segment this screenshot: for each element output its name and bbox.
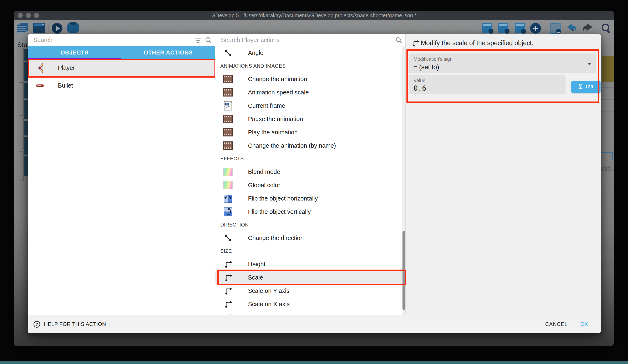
desktop-wallpaper-strip (0, 361, 628, 364)
add-object-label-fragment: dd... (602, 164, 614, 173)
tab-label: OTHER ACTIONS (144, 50, 193, 56)
toolbar-divider (598, 24, 598, 32)
titlebar: GDevelop 5 - /Users/dkarakay/Documents/G… (14, 11, 614, 20)
section-header-label: DIRECTION (220, 222, 249, 228)
action-item-change-the-direction[interactable]: Change the direction (215, 231, 406, 244)
help-link[interactable]: HELP FOR THIS ACTION (44, 321, 106, 327)
filter-icon[interactable] (194, 37, 202, 43)
action-item-animation-speed-scale[interactable]: Animation speed scale (215, 86, 406, 99)
action-label: Animation speed scale (248, 89, 309, 96)
section-header: DIRECTION (215, 218, 406, 231)
search-icon (205, 36, 212, 44)
action-label: Change the direction (248, 235, 304, 242)
help-icon[interactable]: ? (34, 321, 40, 328)
config-header: Modify the scale of the specified object… (406, 34, 601, 51)
remove-event-icon (550, 23, 560, 34)
action-item-scale-on-y-axis[interactable]: Scale on Y axis (215, 284, 406, 298)
search-icon (395, 36, 402, 44)
config-title: Modify the scale of the specified object… (421, 39, 534, 47)
tab-label: OBJECTS (61, 50, 89, 56)
cancel-button[interactable]: CANCEL (545, 321, 567, 327)
value-field: Value (409, 75, 565, 94)
action-item-flip-the-object-horizontally[interactable]: Flip the object horizontally (215, 192, 406, 205)
section-header: ANIMATIONS AND IMAGES (215, 60, 406, 72)
action-label: Play the animation (248, 129, 298, 136)
actions-search-row (215, 34, 405, 46)
objects-panel-row-divider (601, 99, 614, 100)
resize-arrow-icon (411, 39, 420, 48)
action-label: Scale on Y axis (248, 288, 289, 294)
objects-panel-row-divider (601, 112, 614, 112)
section-header: SIZE (215, 244, 406, 257)
action-label: Global color (248, 182, 280, 189)
toolbar-divider (546, 24, 546, 32)
resize-arrow-icon (224, 300, 233, 309)
action-item-global-color[interactable]: Global color (215, 179, 406, 192)
field-label: Modification's sign (413, 56, 453, 62)
resize-arrow-icon (224, 313, 233, 315)
action-item-scale-on-x-axis[interactable]: Scale on X axis (215, 298, 406, 311)
objects-search-row (28, 34, 215, 46)
toolbar-divider (48, 24, 49, 32)
sigma-icon: Σ (578, 83, 583, 91)
diagonal-arrows-icon (224, 233, 233, 243)
scene-tab-label-fragment: Sta (17, 41, 27, 49)
section-header-label: EFFECTS (220, 156, 244, 162)
action-item-height[interactable]: Height (215, 257, 406, 271)
add-event-icon (482, 23, 492, 33)
project-manager-icon (17, 23, 29, 33)
film-strip-icon (223, 75, 233, 83)
action-item-blend-mode[interactable]: Blend mode (215, 165, 406, 179)
film-strip-icon (223, 141, 233, 150)
action-label: Current frame (248, 102, 285, 109)
objects-panel-row-divider (601, 87, 614, 88)
flip-horizontal-icon (224, 194, 233, 203)
action-label: Flip the object vertically (248, 208, 311, 215)
search-icon (601, 23, 612, 33)
bullet-icon (36, 84, 44, 87)
action-item-play-the-animation[interactable]: Play the animation (215, 126, 406, 139)
tab-objects[interactable]: OBJECTS (28, 46, 121, 59)
redo-icon (582, 23, 594, 33)
action-item-scale[interactable]: Scale (215, 271, 406, 284)
value-input[interactable] (413, 84, 547, 92)
config-column: Modify the scale of the specified object… (405, 34, 601, 315)
object-item-bullet[interactable]: Bullet (28, 77, 215, 94)
add-comment-icon (515, 23, 525, 33)
scene-editor-icon (33, 23, 45, 33)
tab-other-actions[interactable]: OTHER ACTIONS (121, 46, 215, 59)
section-header: EFFECTS (215, 152, 406, 165)
actions-column: AngleANIMATIONS AND IMAGESChange the ani… (215, 34, 405, 315)
scrollbar-thumb[interactable] (402, 231, 405, 310)
action-item-change-the-animation[interactable]: Change the animation (215, 72, 406, 86)
action-item-current-frame[interactable]: Current frame (215, 99, 406, 112)
action-label: Scale (248, 274, 263, 281)
actions-search-input[interactable] (215, 37, 395, 44)
action-editor-dialog: OBJECTS OTHER ACTIONS PlayerBullet Angle… (28, 34, 601, 333)
flip-vertical-icon (224, 207, 233, 216)
play-icon (52, 23, 63, 34)
objects-search-input[interactable] (28, 37, 194, 44)
film-strip-icon (223, 88, 233, 97)
object-item-player[interactable]: Player (28, 59, 215, 77)
frame-document-icon (224, 101, 232, 111)
action-item-angle[interactable]: Angle (215, 46, 406, 60)
ok-button[interactable]: OK (580, 321, 588, 327)
action-item-width[interactable]: Width (215, 311, 406, 315)
dialog-footer: ? HELP FOR THIS ACTION CANCEL OK (28, 315, 601, 333)
action-label: Flip the object horizontally (248, 195, 318, 202)
resize-arrow-icon (224, 273, 233, 282)
modification-sign-select[interactable]: Modification's sign = (set to) (409, 54, 596, 73)
resize-arrow-icon (224, 260, 233, 269)
objects-list: PlayerBullet (28, 59, 215, 315)
action-item-change-the-animation-by-name-[interactable]: Change the animation (by name) (215, 139, 406, 152)
annotation-scale-row (217, 270, 406, 285)
rainbow-icon (223, 168, 233, 176)
screenshot-stage: GDevelop 5 - /Users/dkarakay/Documents/G… (0, 0, 628, 364)
action-label: Angle (248, 50, 263, 56)
action-item-flip-the-object-vertically[interactable]: Flip the object vertically (215, 205, 406, 218)
action-item-pause-the-animation[interactable]: Pause the animation (215, 112, 406, 126)
field-label: Value (413, 78, 425, 83)
film-strip-icon (223, 115, 233, 123)
expression-editor-button[interactable]: Σ 123 (571, 81, 601, 93)
